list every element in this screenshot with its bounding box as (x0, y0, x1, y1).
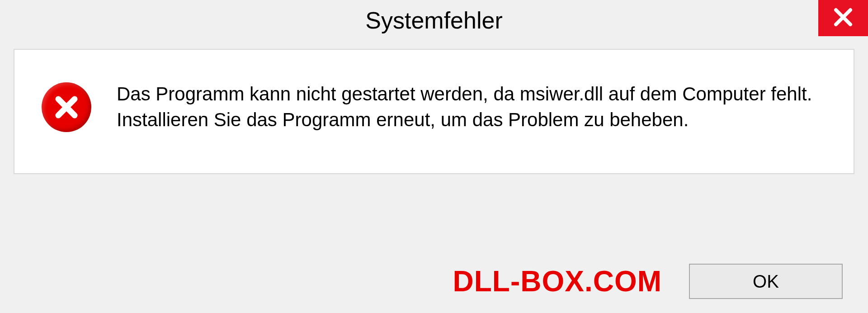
titlebar: Systemfehler (0, 0, 868, 41)
error-message: Das Programm kann nicht gestartet werden… (117, 81, 831, 133)
ok-button[interactable]: OK (689, 264, 843, 299)
close-icon (832, 6, 854, 30)
error-icon (42, 82, 91, 132)
close-button[interactable] (818, 0, 868, 36)
content-frame: Das Programm kann nicht gestartet werden… (14, 49, 854, 174)
footer: DLL-BOX.COM OK (0, 259, 868, 313)
dialog-title: Systemfehler (365, 7, 502, 34)
watermark-text: DLL-BOX.COM (453, 265, 662, 298)
